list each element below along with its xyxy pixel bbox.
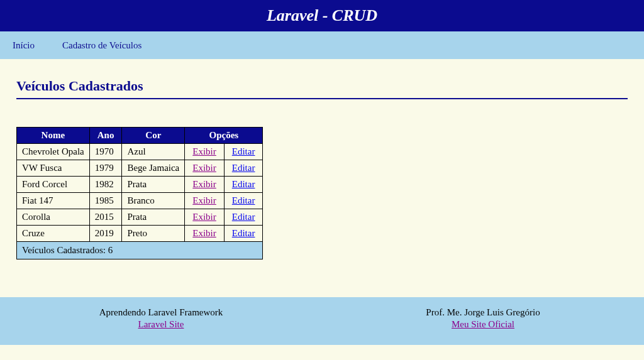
cell-name: VW Fusca — [17, 160, 90, 177]
cell-view: Exibir — [185, 144, 225, 160]
table-row: VW Fusca1979Bege JamaicaExibirEditar — [17, 160, 263, 177]
table-footer-row: Veículos Cadastrados: 6 — [17, 242, 263, 259]
page-title: Veículos Cadastrados — [16, 78, 628, 99]
th-color: Cor — [122, 128, 185, 144]
cell-color: Branco — [122, 193, 185, 209]
cell-year: 1970 — [89, 144, 122, 160]
footer: Aprendendo Laravel Framework Laravel Sit… — [0, 297, 644, 345]
table-header-row: Nome Ano Cor Opções — [17, 128, 263, 144]
cell-color: Prata — [122, 209, 185, 226]
footer-left-link[interactable]: Laravel Site — [138, 319, 184, 330]
edit-link[interactable]: Editar — [232, 228, 255, 238]
view-link[interactable]: Exibir — [192, 146, 216, 156]
cell-color: Preto — [122, 226, 185, 242]
table-row: Fiat 1471985BrancoExibirEditar — [17, 193, 263, 209]
view-link[interactable]: Exibir — [192, 195, 216, 205]
cell-edit: Editar — [224, 160, 263, 177]
table-row: Ford Corcel1982PrataExibirEditar — [17, 177, 263, 193]
footer-left: Aprendendo Laravel Framework Laravel Sit… — [0, 307, 322, 330]
app-header: Laravel - CRUD — [0, 0, 644, 31]
view-link[interactable]: Exibir — [192, 212, 216, 222]
table-footer-count: Veículos Cadastrados: 6 — [17, 242, 263, 259]
cell-name: Fiat 147 — [17, 193, 90, 209]
table-row: Corolla2015PrataExibirEditar — [17, 209, 263, 226]
app-title: Laravel - CRUD — [0, 6, 644, 25]
cell-edit: Editar — [224, 177, 263, 193]
cell-year: 1982 — [89, 177, 122, 193]
edit-link[interactable]: Editar — [232, 195, 255, 205]
cell-view: Exibir — [185, 177, 225, 193]
main-content: Veículos Cadastrados Nome Ano Cor Opções… — [0, 59, 644, 297]
edit-link[interactable]: Editar — [232, 163, 255, 173]
cell-color: Bege Jamaica — [122, 160, 185, 177]
th-year: Ano — [89, 128, 122, 144]
cell-color: Prata — [122, 177, 185, 193]
cell-color: Azul — [122, 144, 185, 160]
cell-year: 1979 — [89, 160, 122, 177]
footer-right: Prof. Me. Jorge Luis Gregório Meu Site O… — [322, 307, 644, 330]
th-name: Nome — [17, 128, 90, 144]
vehicles-table: Nome Ano Cor Opções Chevrolet Opala1970A… — [16, 127, 263, 259]
cell-name: Chevrolet Opala — [17, 144, 90, 160]
cell-edit: Editar — [224, 209, 263, 226]
view-link[interactable]: Exibir — [192, 163, 216, 173]
cell-view: Exibir — [185, 193, 225, 209]
cell-edit: Editar — [224, 144, 263, 160]
cell-edit: Editar — [224, 193, 263, 209]
footer-right-text: Prof. Me. Jorge Luis Gregório — [322, 307, 644, 318]
nav-home-link[interactable]: Início — [13, 40, 35, 50]
th-options: Opções — [185, 128, 263, 144]
table-row: Chevrolet Opala1970AzulExibirEditar — [17, 144, 263, 160]
cell-view: Exibir — [185, 160, 225, 177]
cell-edit: Editar — [224, 226, 263, 242]
cell-view: Exibir — [185, 226, 225, 242]
cell-name: Corolla — [17, 209, 90, 226]
edit-link[interactable]: Editar — [232, 212, 255, 222]
cell-name: Cruze — [17, 226, 90, 242]
view-link[interactable]: Exibir — [192, 228, 216, 238]
cell-view: Exibir — [185, 209, 225, 226]
footer-right-link[interactable]: Meu Site Oficial — [452, 319, 514, 330]
edit-link[interactable]: Editar — [232, 146, 255, 156]
nav-register-link[interactable]: Cadastro de Veículos — [62, 40, 142, 50]
view-link[interactable]: Exibir — [192, 179, 216, 189]
table-row: Cruze2019PretoExibirEditar — [17, 226, 263, 242]
cell-year: 2019 — [89, 226, 122, 242]
navbar: Início Cadastro de Veículos — [0, 31, 644, 59]
cell-year: 1985 — [89, 193, 122, 209]
cell-name: Ford Corcel — [17, 177, 90, 193]
edit-link[interactable]: Editar — [232, 179, 255, 189]
footer-left-text: Aprendendo Laravel Framework — [0, 307, 322, 318]
cell-year: 2015 — [89, 209, 122, 226]
